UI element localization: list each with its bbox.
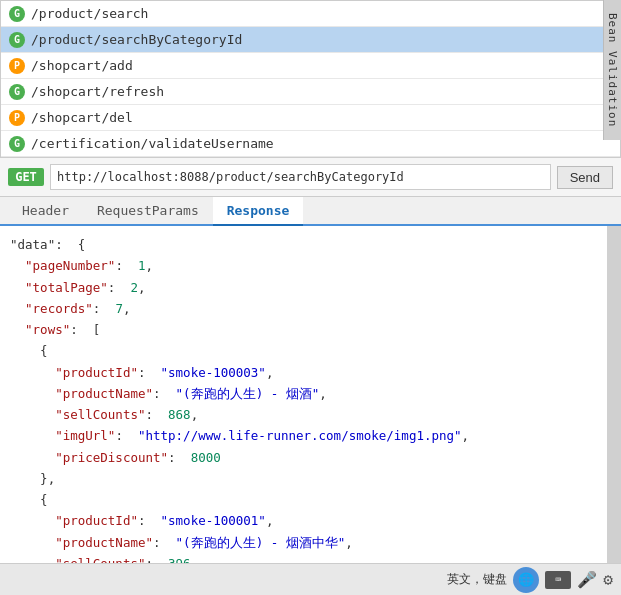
dropdown-item-2[interactable]: P /shopcart/add xyxy=(1,53,620,79)
json-line-7: "productName": "(奔跑的人生) - 烟酒", xyxy=(10,383,597,404)
dropdown-item-4[interactable]: P /shopcart/del xyxy=(1,105,620,131)
badge-p-2: P xyxy=(9,58,25,74)
tab-requestparams[interactable]: RequestParams xyxy=(83,197,213,226)
bean-validation-sidebar[interactable]: Bean Validation xyxy=(603,0,621,140)
badge-g-3: G xyxy=(9,84,25,100)
json-line-0: "data": { xyxy=(10,234,597,255)
json-line-11: }, xyxy=(10,468,597,489)
dropdown-item-1[interactable]: G /product/searchByCategoryId xyxy=(1,27,620,53)
json-line-5: { xyxy=(10,340,597,361)
globe-icon[interactable]: 🌐 xyxy=(513,567,539,593)
send-button[interactable]: Send xyxy=(557,166,613,189)
tab-header[interactable]: Header xyxy=(8,197,83,226)
keyboard-icon[interactable]: ⌨ xyxy=(545,571,571,589)
json-line-6: "productId": "smoke-100003", xyxy=(10,362,597,383)
json-line-4: "rows": [ xyxy=(10,319,597,340)
json-line-12: { xyxy=(10,489,597,510)
json-line-10: "priceDiscount": 8000 xyxy=(10,447,597,468)
response-area[interactable]: "data": { "pageNumber": 1, "totalPage": … xyxy=(0,226,621,579)
json-line-9: "imgUrl": "http://www.life-runner.com/sm… xyxy=(10,425,597,446)
dropdown-item-text-0: /product/search xyxy=(31,6,148,21)
dropdown-item-0[interactable]: G /product/search xyxy=(1,1,620,27)
dropdown-list: G /product/search G /product/searchByCat… xyxy=(0,0,621,157)
status-bar: 英文，键盘 🌐 ⌨ 🎤 ⚙ xyxy=(0,563,621,595)
json-line-2: "totalPage": 2, xyxy=(10,277,597,298)
dropdown-item-text-3: /shopcart/refresh xyxy=(31,84,164,99)
method-badge: GET xyxy=(8,168,44,186)
dropdown-item-text-2: /shopcart/add xyxy=(31,58,133,73)
dropdown-item-3[interactable]: G /shopcart/refresh xyxy=(1,79,620,105)
json-line-1: "pageNumber": 1, xyxy=(10,255,597,276)
dropdown-item-5[interactable]: G /certification/validateUsername xyxy=(1,131,620,157)
badge-g-1: G xyxy=(9,32,25,48)
json-line-14: "productName": "(奔跑的人生) - 烟酒中华", xyxy=(10,532,597,553)
dropdown-item-text-1: /product/searchByCategoryId xyxy=(31,32,242,47)
gear-icon[interactable]: ⚙ xyxy=(603,570,613,589)
tab-response[interactable]: Response xyxy=(213,197,304,226)
badge-g-0: G xyxy=(9,6,25,22)
dropdown-item-text-5: /certification/validateUsername xyxy=(31,136,274,151)
mic-icon[interactable]: 🎤 xyxy=(577,570,597,589)
status-text: 英文，键盘 xyxy=(447,571,507,588)
response-wrapper: "data": { "pageNumber": 1, "totalPage": … xyxy=(0,226,621,579)
json-line-8: "sellCounts": 868, xyxy=(10,404,597,425)
badge-p-4: P xyxy=(9,110,25,126)
dropdown-item-text-4: /shopcart/del xyxy=(31,110,133,125)
json-line-3: "records": 7, xyxy=(10,298,597,319)
url-input[interactable] xyxy=(50,164,551,190)
badge-g-5: G xyxy=(9,136,25,152)
url-bar: GET Send xyxy=(0,157,621,197)
tabs-bar: Header RequestParams Response xyxy=(0,197,621,226)
json-line-13: "productId": "smoke-100001", xyxy=(10,510,597,531)
